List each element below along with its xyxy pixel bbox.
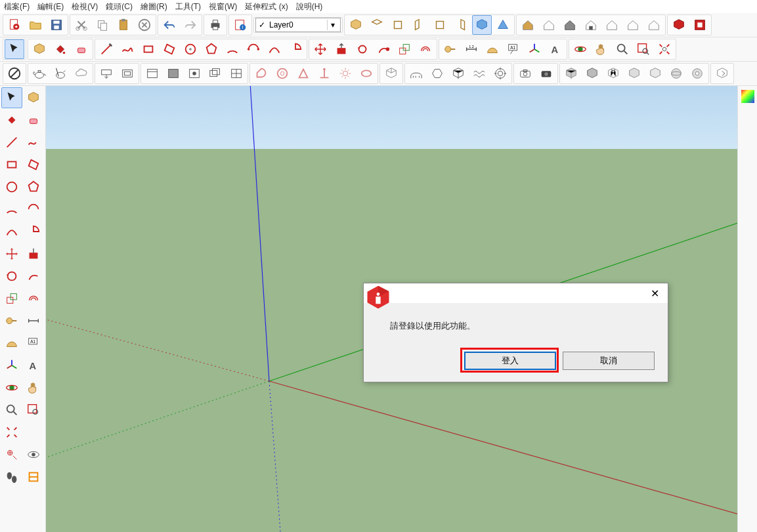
top-view-button[interactable]: [367, 15, 387, 35]
grid-cube-1-button[interactable]: [561, 64, 581, 83]
menu-tools[interactable]: 工具(T): [175, 1, 201, 12]
3d-viewport[interactable]: ✕ 請登錄以使用此功能。 登入 取消: [46, 86, 737, 532]
cut-button[interactable]: [72, 15, 91, 35]
freehand-tool-button[interactable]: [118, 39, 137, 59]
layer-dropdown[interactable]: ✓ Layer0 ▾: [255, 18, 341, 32]
side-line-button[interactable]: [1, 132, 22, 153]
grid-cube-2-button[interactable]: [582, 64, 602, 83]
house-5-button[interactable]: [602, 15, 622, 35]
frame-button[interactable]: [118, 64, 137, 83]
back-view-button[interactable]: [430, 15, 450, 35]
close-icon[interactable]: ✕: [647, 285, 662, 301]
side-3d-text-button[interactable]: A: [24, 355, 45, 376]
side-select-button[interactable]: [1, 87, 22, 108]
house-1-button[interactable]: [518, 15, 538, 35]
chevron-down-icon[interactable]: ▾: [327, 20, 337, 30]
component-button[interactable]: [30, 39, 49, 59]
side-orbit-button[interactable]: [1, 377, 22, 398]
rotate-tool-button[interactable]: [353, 39, 372, 59]
rect-down-button[interactable]: [97, 64, 116, 83]
pie-tool-button[interactable]: [286, 39, 305, 59]
cloud-button[interactable]: [72, 64, 91, 83]
2pt-arc-button[interactable]: [244, 39, 263, 59]
side-polygon-button[interactable]: [24, 176, 45, 197]
grid-cube-4-button[interactable]: [624, 64, 644, 83]
shape-4-button[interactable]: [314, 64, 334, 83]
menu-edit[interactable]: 編輯(E): [37, 1, 64, 12]
side-look-around-button[interactable]: [24, 444, 45, 465]
perspective-view-button[interactable]: [493, 15, 513, 35]
shape-1-button[interactable]: [251, 64, 271, 83]
sphere-button[interactable]: [666, 64, 686, 83]
model-info-button[interactable]: i: [230, 15, 250, 35]
circle-tool-button[interactable]: [181, 39, 200, 59]
side-followme-button[interactable]: [24, 266, 45, 287]
color-swatch-icon[interactable]: [740, 89, 756, 104]
side-position-camera-button[interactable]: [1, 444, 22, 465]
dialog-titlebar[interactable]: ✕: [364, 283, 668, 303]
target-button[interactable]: [490, 64, 510, 83]
scale-tool-button[interactable]: [395, 39, 414, 59]
side-dimension-button[interactable]: [24, 310, 45, 331]
redo-button[interactable]: [181, 15, 200, 35]
side-pushpull-button[interactable]: [24, 243, 45, 264]
teapot-1-button[interactable]: [30, 64, 49, 83]
menu-help[interactable]: 說明(H): [296, 1, 323, 12]
sun-button[interactable]: [335, 64, 355, 83]
side-3pt-arc-button[interactable]: [1, 221, 22, 242]
house-7-button[interactable]: [644, 15, 664, 35]
side-zoom-button[interactable]: [1, 399, 22, 420]
pushpull-button[interactable]: [332, 39, 351, 59]
side-axes-button[interactable]: [1, 355, 22, 376]
rotated-rectangle-button[interactable]: [160, 39, 179, 59]
eraser-button[interactable]: [72, 39, 91, 59]
menu-window[interactable]: 視窗(W): [209, 1, 237, 12]
followme-button[interactable]: [374, 39, 393, 59]
menu-camera[interactable]: 鏡頭(C): [106, 1, 133, 12]
side-rotate-button[interactable]: [1, 266, 22, 287]
select-tool-button[interactable]: [5, 39, 24, 59]
print-button[interactable]: [205, 15, 225, 35]
side-freehand-button[interactable]: [24, 132, 45, 153]
offset-tool-button[interactable]: [416, 39, 435, 59]
camera-button[interactable]: [515, 64, 535, 83]
house-3-button[interactable]: [560, 15, 580, 35]
menu-extensions[interactable]: 延伸程式 (x): [245, 1, 288, 12]
teapot-2-button[interactable]: [51, 64, 70, 83]
paste-button[interactable]: [114, 15, 133, 35]
axes-tool-button[interactable]: [525, 39, 544, 59]
side-2pt-arc-button[interactable]: [24, 199, 45, 220]
side-pan-button[interactable]: [24, 377, 45, 398]
side-circle-button[interactable]: [1, 176, 22, 197]
side-protractor-button[interactable]: [1, 333, 22, 354]
side-zoom-window-button[interactable]: [24, 399, 45, 420]
waves-button[interactable]: [469, 64, 489, 83]
side-offset-button[interactable]: [24, 288, 45, 309]
open-file-button[interactable]: [26, 15, 45, 35]
save-button[interactable]: [47, 15, 66, 35]
3d-text-button[interactable]: A: [546, 39, 565, 59]
side-eraser-button[interactable]: [24, 110, 45, 131]
front-view-button[interactable]: [388, 15, 408, 35]
3pt-arc-button[interactable]: [265, 39, 284, 59]
menu-draw[interactable]: 繪圖(R): [141, 1, 167, 12]
hex-button[interactable]: [427, 64, 447, 83]
right-view-button[interactable]: [409, 15, 429, 35]
grid-cube-3-button[interactable]: [603, 64, 623, 83]
ring-button[interactable]: [357, 64, 376, 83]
menu-file[interactable]: 檔案(F): [4, 1, 30, 12]
side-rotated-rect-button[interactable]: [24, 154, 45, 175]
paint-bucket-button[interactable]: [51, 39, 70, 59]
zoom-button[interactable]: [613, 39, 632, 59]
warehouse-button[interactable]: [669, 15, 689, 35]
house-6-button[interactable]: [623, 15, 643, 35]
arc-tool-button[interactable]: [223, 39, 242, 59]
side-move-button[interactable]: [1, 243, 22, 264]
side-tape-button[interactable]: [1, 310, 22, 331]
new-file-button[interactable]: [5, 15, 24, 35]
login-button[interactable]: 登入: [464, 352, 556, 370]
left-view-button[interactable]: [451, 15, 471, 35]
window-3-button[interactable]: [184, 64, 204, 83]
side-rectangle-button[interactable]: [1, 154, 22, 175]
side-paint-button[interactable]: [1, 110, 22, 131]
